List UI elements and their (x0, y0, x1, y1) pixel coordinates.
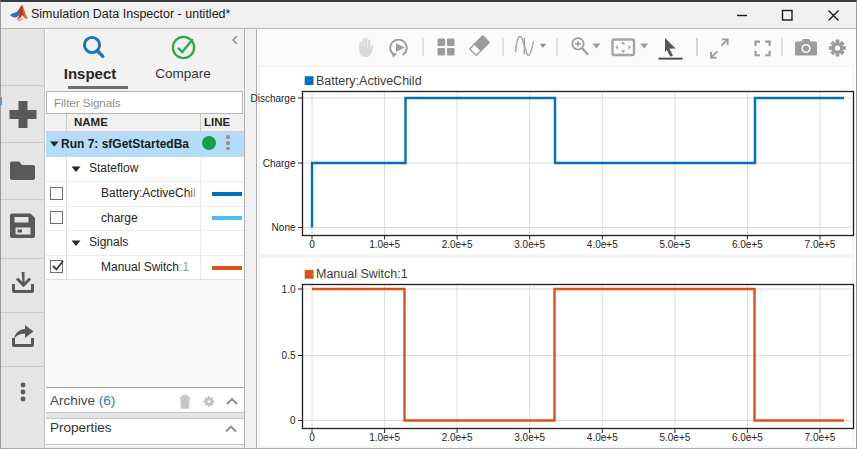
svg-text:4.0e+5: 4.0e+5 (587, 239, 618, 250)
svg-text:5.0e+5: 5.0e+5 (659, 432, 690, 443)
svg-text:Manual Switch:1: Manual Switch:1 (316, 267, 408, 281)
svg-text:6.0e+5: 6.0e+5 (732, 239, 763, 250)
svg-text:2.0e+5: 2.0e+5 (442, 239, 473, 250)
svg-text:0: 0 (290, 415, 296, 426)
svg-text:5.0e+5: 5.0e+5 (659, 239, 690, 250)
svg-text:Battery:ActiveChild: Battery:ActiveChild (316, 74, 422, 88)
svg-text:None: None (272, 222, 296, 233)
svg-text:0: 0 (309, 239, 315, 250)
svg-text:0.5: 0.5 (282, 350, 296, 361)
svg-text:1.0e+5: 1.0e+5 (369, 239, 400, 250)
svg-text:3.0e+5: 3.0e+5 (514, 239, 545, 250)
svg-text:4.0e+5: 4.0e+5 (587, 432, 618, 443)
svg-text:Discharge: Discharge (250, 93, 295, 104)
svg-text:7.0e+5: 7.0e+5 (805, 239, 836, 250)
svg-text:Charge: Charge (263, 158, 296, 169)
svg-text:1.0e+5: 1.0e+5 (369, 432, 400, 443)
svg-text:0: 0 (309, 432, 315, 443)
svg-text:2.0e+5: 2.0e+5 (442, 432, 473, 443)
svg-text:3.0e+5: 3.0e+5 (514, 432, 545, 443)
svg-text:1.0: 1.0 (282, 284, 296, 295)
svg-text:6.0e+5: 6.0e+5 (732, 432, 763, 443)
svg-text:7.0e+5: 7.0e+5 (805, 432, 836, 443)
